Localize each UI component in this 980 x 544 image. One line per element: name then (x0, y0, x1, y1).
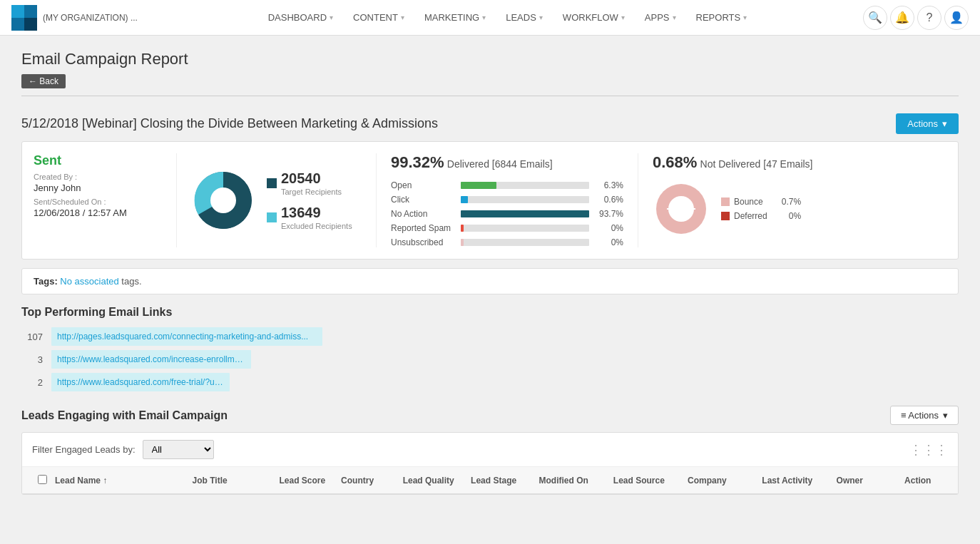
svg-rect-1 (24, 5, 37, 18)
metric-bar (461, 225, 464, 232)
excluded-dot (267, 212, 277, 222)
th-action: Action (899, 476, 948, 486)
bounce-item: Bounce 0.7% (721, 197, 801, 207)
filter-label: Filter Engaged Leads by: (32, 444, 136, 455)
delivered-header: 99.32% Delivered [6844 Emails] (391, 153, 623, 172)
th-modified-on: Modified On (534, 476, 608, 486)
created-by-value: Jenny John (34, 183, 162, 193)
back-button[interactable]: ← Back (21, 74, 66, 88)
link-url[interactable]: https://www.leadsquared.com/increase-enr… (57, 354, 245, 364)
svg-rect-3 (24, 18, 37, 31)
th-lead-name-↑: Lead Name ↑ (49, 476, 187, 486)
campaign-title: 5/12/2018 [Webinar] Closing the Divide B… (21, 116, 438, 131)
chevron-down-icon: ▾ (482, 14, 486, 21)
nav-item-apps[interactable]: APPS ▾ (635, 0, 686, 36)
metric-bar-bg (461, 196, 589, 203)
top-links-title: Top Performing Email Links (21, 306, 959, 319)
nav-menu: DASHBOARD ▾ CONTENT ▾ MARKETING ▾ LEADS … (152, 0, 863, 36)
chevron-down-icon: ▾ (943, 410, 948, 421)
org-name[interactable]: (MY ORGANIZATION) ... (43, 13, 138, 23)
stats-card: Sent Created By : Jenny John Sent/Schedu… (21, 141, 959, 260)
metric-bar-bg (461, 210, 589, 217)
link-bar[interactable]: https://www.leadsquared.com/free-trial/?… (51, 373, 230, 391)
nav-item-marketing[interactable]: MARKETING ▾ (414, 0, 496, 36)
link-url[interactable]: https://www.leadsquared.com/free-trial/?… (57, 377, 224, 387)
recipient-stats: 20540 Target Recipients 13649 Excluded R… (267, 170, 352, 230)
svg-rect-0 (11, 5, 24, 18)
leads-actions-button[interactable]: ≡ Actions ▾ (890, 406, 959, 425)
link-bar[interactable]: https://www.leadsquared.com/increase-enr… (51, 350, 251, 369)
metric-label: No Action (391, 209, 455, 219)
metric-label: Unsubscribed (391, 237, 455, 247)
th-lead-stage: Lead Stage (465, 476, 533, 486)
svg-rect-2 (11, 18, 24, 31)
metric-bar (461, 210, 589, 217)
nav-item-workflow[interactable]: WORKFLOW ▾ (553, 0, 635, 36)
svg-point-5 (210, 188, 236, 213)
sent-on-label: Sent/Scheduled On : (34, 197, 162, 206)
th-lead-source: Lead Source (608, 476, 682, 486)
not-delivered-header: 0.68% Not Delivered [47 Emails] (653, 153, 946, 172)
th-job-title: Job Title (187, 476, 274, 486)
target-recipients: 20540 Target Recipients (267, 170, 352, 196)
metric-row: Open 6.3% (391, 180, 623, 190)
metric-pct: 6.3% (595, 180, 623, 190)
nav-item-dashboard[interactable]: DASHBOARD ▾ (258, 0, 343, 36)
help-icon[interactable]: ? (917, 6, 941, 30)
leads-title: Leads Engaging with Email Campaign (21, 409, 228, 422)
metric-row: No Action 93.7% (391, 209, 623, 219)
app-logo (11, 5, 37, 31)
metric-label: Reported Spam (391, 223, 455, 233)
bounce-label: Bounce (734, 197, 763, 207)
nav-item-leads[interactable]: LEADS ▾ (496, 0, 553, 36)
link-bar[interactable]: http://pages.leadsquared.com/connecting-… (51, 327, 322, 346)
leads-card: Filter Engaged Leads by: AllOpenedClicke… (21, 432, 959, 495)
metric-bar (461, 182, 496, 189)
th-lead-score: Lead Score (273, 476, 335, 486)
donut-chart (653, 180, 710, 237)
link-url[interactable]: http://pages.leadsquared.com/connecting-… (57, 332, 308, 342)
stats-status: Sent Created By : Jenny John Sent/Schedu… (34, 153, 162, 247)
target-dot (267, 178, 277, 188)
metric-row: Unsubscribed 0% (391, 237, 623, 247)
select-all-checkbox[interactable] (38, 475, 47, 484)
metric-row: Reported Spam 0% (391, 223, 623, 233)
columns-icon[interactable]: ⋮⋮⋮ (909, 442, 948, 458)
actions-button[interactable]: Actions ▾ (896, 113, 959, 134)
link-row: 3 https://www.leadsquared.com/increase-e… (21, 350, 959, 369)
metric-pct: 93.7% (595, 209, 623, 219)
main-content: Email Campaign Report ← Back 5/12/2018 [… (0, 36, 980, 544)
created-by-label: Created By : (34, 173, 162, 181)
search-icon[interactable]: 🔍 (863, 6, 887, 30)
th-checkbox[interactable] (32, 475, 49, 486)
nav-item-content[interactable]: CONTENT ▾ (343, 0, 414, 36)
sent-on-value: 12/06/2018 / 12:57 AM (34, 207, 162, 218)
tags-row: Tags: No associated tags. (21, 268, 959, 294)
metric-row: Click 0.6% (391, 195, 623, 205)
chevron-down-icon: ▾ (743, 14, 747, 21)
metric-bar-bg (461, 239, 589, 246)
metric-rows: Open 6.3% Click 0.6% No Action 93.7% Rep… (391, 180, 623, 247)
filter-select[interactable]: AllOpenedClickedBounced (143, 440, 214, 459)
metric-bar-bg (461, 182, 589, 189)
chevron-down-icon: ▾ (621, 14, 625, 21)
link-row: 2 https://www.leadsquared.com/free-trial… (21, 373, 959, 391)
chevron-down-icon: ▾ (401, 14, 404, 21)
th-lead-quality: Lead Quality (397, 476, 465, 486)
campaign-header: 5/12/2018 [Webinar] Closing the Divide B… (21, 108, 959, 134)
nav-item-reports[interactable]: REPORTS ▾ (686, 0, 757, 36)
bell-icon[interactable]: 🔔 (890, 6, 914, 30)
link-count: 107 (21, 332, 43, 342)
user-icon[interactable]: 👤 (944, 6, 969, 30)
link-count: 2 (21, 377, 43, 388)
pie-chart (191, 168, 255, 232)
link-count: 3 (21, 354, 43, 365)
bounce-label: Deferred (734, 211, 767, 221)
bounce-pct: 0% (775, 211, 801, 221)
links-table: 107 http://pages.leadsquared.com/connect… (21, 327, 959, 391)
page-title: Email Campaign Report (21, 50, 959, 68)
tags-link[interactable]: No associated (60, 276, 118, 287)
metric-bar-bg (461, 225, 589, 232)
bounce-chart-area: Bounce 0.7% Deferred 0% (653, 180, 946, 237)
chevron-down-icon: ▾ (330, 14, 333, 21)
